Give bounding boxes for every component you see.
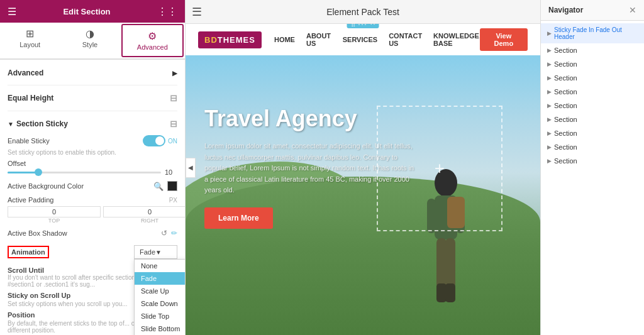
navigator-close-icon[interactable]: ✕ <box>629 5 636 15</box>
nav-expand-3: ▶ <box>547 75 552 81</box>
dropdown-slide-bottom[interactable]: Slide Bottom <box>135 322 185 335</box>
animation-value: Fade <box>140 248 155 256</box>
color-controls: 🔍 <box>153 181 177 191</box>
tab-layout-label: Layout <box>19 41 40 48</box>
padding-top-cell: TOP <box>8 206 101 224</box>
dropdown-slide-top[interactable]: Slide Top <box>135 310 185 322</box>
active-bg-color-label: Active Background Color <box>8 182 84 190</box>
topbar-title: Element Pack Test <box>326 7 399 17</box>
equal-height-label: Equal Height <box>8 94 53 102</box>
enable-sticky-label: Enable Sticky <box>8 137 50 145</box>
shadow-icons: ↺ ✏ <box>161 229 177 238</box>
toggle-on[interactable] <box>143 135 165 146</box>
nav-tree-item-6[interactable]: ▶ Section <box>541 113 644 126</box>
tab-layout[interactable]: ⊞ Layout <box>0 23 60 58</box>
panel-toggle-left[interactable]: ◀ <box>186 158 196 178</box>
dropdown-none[interactable]: None <box>135 260 185 272</box>
nav-item-label-2: Section <box>554 60 577 68</box>
site-nav: HOME ABOUT US SERVICES CONTACT US KNOWLE… <box>274 32 480 47</box>
offset-slider-thumb[interactable] <box>35 168 42 176</box>
dropdown-scale-up[interactable]: Scale Up <box>135 285 185 297</box>
nav-services[interactable]: SERVICES <box>343 36 377 43</box>
nav-item-label-8: Section <box>554 143 577 151</box>
dropdown-fade[interactable]: Fade <box>135 272 185 285</box>
preview-header-widget[interactable]: ⣿ ↕↕↕ ✕ <box>347 24 379 28</box>
panel-content: Advanced ▶ Equal Height ⊟ ▼ Section Stic… <box>0 60 185 335</box>
nav-tree-item-7[interactable]: ▶ Section <box>541 126 644 140</box>
right-panel: Navigator ✕ ▶ Sticky Fade In Fade Out He… <box>540 0 644 335</box>
eyedropper-icon[interactable]: 🔍 <box>153 182 164 191</box>
left-panel: ☰ Edit Section ⋮⋮ ⊞ Layout ◑ Style ⚙ Adv… <box>0 0 186 335</box>
nav-home[interactable]: HOME <box>274 36 295 43</box>
nav-expand-9: ▶ <box>547 158 552 164</box>
svg-rect-6 <box>436 283 447 302</box>
svg-rect-7 <box>445 283 455 302</box>
panel-tabs: ⊞ Layout ◑ Style ⚙ Advanced <box>0 23 185 60</box>
logo-bd: BD <box>204 35 218 45</box>
animation-chevron: ▼ <box>155 249 162 256</box>
nav-about[interactable]: ABOUT US <box>306 32 331 47</box>
nav-tree-item-5[interactable]: ▶ Section <box>541 99 644 113</box>
navigator-title: Navigator <box>548 6 583 14</box>
section-sticky-expand: ▼ <box>8 121 14 128</box>
tab-style[interactable]: ◑ Style <box>60 23 119 58</box>
offset-label: Offset <box>8 160 177 167</box>
logo-themes: THEMES <box>218 35 255 45</box>
tab-advanced[interactable]: ⚙ Advanced <box>121 24 184 57</box>
preview-header: ⣿ ↕↕↕ ✕ BDTHEMES HOME ABOUT US SERVICES … <box>186 24 540 55</box>
dropdown-scale-down[interactable]: Scale Down <box>135 297 185 310</box>
grid-icon[interactable]: ⋮⋮ <box>157 6 177 18</box>
widget-handle-label: ↕↕↕ <box>358 24 367 26</box>
nav-tree-item-9[interactable]: ▶ Section <box>541 154 644 168</box>
nav-tree-item-1[interactable]: ▶ Section <box>541 43 644 57</box>
offset-slider-track[interactable] <box>8 172 161 173</box>
padding-right-input[interactable] <box>103 206 185 217</box>
hero-learn-more-button[interactable]: Learn More <box>204 207 273 229</box>
widget-close-icon[interactable]: ✕ <box>370 24 375 27</box>
navigator-header: Navigator ✕ <box>541 0 644 21</box>
nav-tree-item-4[interactable]: ▶ Section <box>541 85 644 99</box>
dashed-box[interactable]: + <box>377 106 502 231</box>
section-sticky-label: Section Sticky <box>16 119 68 128</box>
animation-select[interactable]: Fade ▼ <box>134 245 177 259</box>
topbar-hamburger-icon[interactable]: ☰ <box>192 6 202 18</box>
nav-item-label-5: Section <box>554 102 577 109</box>
nav-expand-2: ▶ <box>547 61 552 67</box>
animation-label: Animation <box>8 246 49 258</box>
section-sticky-header[interactable]: ▼ Section Sticky ⊟ <box>8 115 177 133</box>
padding-right-label: RIGHT <box>141 217 158 224</box>
nav-tree-item-0[interactable]: ▶ Sticky Fade In Fade Out Header <box>541 23 644 43</box>
enable-sticky-row: Enable Sticky ON <box>8 133 177 149</box>
advanced-section-header[interactable]: Advanced ▶ <box>8 65 177 81</box>
navigator-tree: ▶ Sticky Fade In Fade Out Header ▶ Secti… <box>541 21 644 335</box>
nav-tree-item-3[interactable]: ▶ Section <box>541 71 644 85</box>
enable-sticky-toggle[interactable]: ON <box>143 135 177 146</box>
nav-expand-7: ▶ <box>547 130 552 136</box>
nav-expand-5: ▶ <box>547 102 552 109</box>
padding-top-input[interactable] <box>8 206 101 217</box>
hamburger-icon[interactable]: ☰ <box>8 6 16 18</box>
advanced-icon: ⚙ <box>148 30 157 42</box>
active-box-shadow-row: Active Box Shadow ↺ ✏ <box>8 226 177 240</box>
active-padding-unit: PX <box>169 197 177 204</box>
tab-advanced-label: Advanced <box>137 43 168 51</box>
nav-expand-8: ▶ <box>547 144 552 150</box>
top-bar: ☰ Element Pack Test <box>186 0 540 24</box>
color-swatch[interactable] <box>167 181 177 191</box>
active-padding-label: Active Padding <box>8 196 53 204</box>
nav-item-label-4: Section <box>554 88 577 96</box>
nav-item-label-7: Section <box>554 129 577 137</box>
nav-demo-button[interactable]: View Demo <box>480 28 528 51</box>
offset-slider-fill <box>8 172 38 173</box>
active-bg-color-row: Active Background Color 🔍 <box>8 178 177 194</box>
hero-section: Travel Agency Lorem ipsum dolor sit amet… <box>186 55 540 335</box>
shadow-edit-icon[interactable]: ✏ <box>171 229 177 238</box>
nav-contact[interactable]: CONTACT US <box>389 32 422 47</box>
nav-tree-item-8[interactable]: ▶ Section <box>541 140 644 154</box>
shadow-reset-icon[interactable]: ↺ <box>161 229 167 238</box>
add-widget-icon[interactable]: + <box>435 158 445 178</box>
panel-header: ☰ Edit Section ⋮⋮ <box>0 0 185 23</box>
nav-knowledge[interactable]: KNOWLEDGE BASE <box>433 32 480 47</box>
nav-tree-item-2[interactable]: ▶ Section <box>541 57 644 71</box>
equal-height-header[interactable]: Equal Height ⊟ <box>8 89 177 107</box>
